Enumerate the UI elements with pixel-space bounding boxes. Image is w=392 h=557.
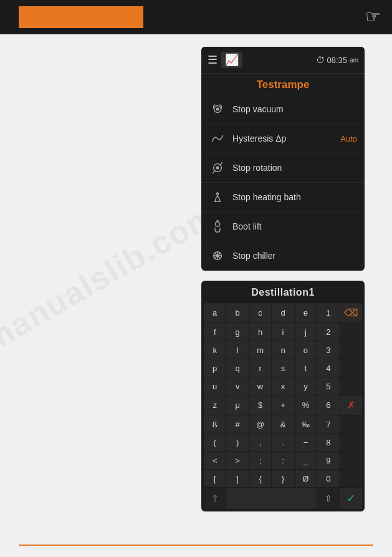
menu-item-stop-vacuum[interactable]: Stop vacuum: [201, 95, 365, 124]
key-f[interactable]: f: [204, 323, 226, 341]
key-underscore[interactable]: _: [295, 452, 317, 469]
keyboard-panel: Destillation1 a b c d e 1 ⌫ f g h i j 2 …: [201, 281, 365, 511]
header-left: ☰ 📈: [208, 52, 242, 68]
key-y[interactable]: y: [295, 377, 317, 395]
device-panel: ☰ 📈 ⏱ 08:35 am Testrampe Stop vacuum: [201, 47, 365, 271]
key-w[interactable]: w: [249, 377, 271, 395]
lift-icon: [209, 218, 226, 235]
clock-icon: ⏱: [316, 55, 325, 65]
hysteresis-value: Auto: [340, 134, 357, 143]
confirm-key[interactable]: ✓: [340, 488, 362, 509]
key-j[interactable]: j: [295, 323, 317, 341]
chiller-icon: [209, 247, 226, 264]
key-hash[interactable]: #: [226, 415, 248, 433]
key-comma[interactable]: ,: [249, 433, 271, 451]
svg-point-5: [215, 222, 219, 226]
key-permille[interactable]: ‰: [295, 415, 317, 433]
space-bar-key[interactable]: [226, 488, 317, 509]
key-amp[interactable]: &: [272, 415, 294, 433]
shift-left-key[interactable]: ⇧: [204, 488, 226, 509]
hamburger-icon[interactable]: ☰: [208, 53, 218, 67]
key-5[interactable]: 5: [317, 377, 339, 395]
key-l[interactable]: l: [226, 341, 248, 359]
key-empty-r5: [340, 377, 362, 395]
menu-item-stop-heating-bath[interactable]: Stop heating bath: [201, 183, 365, 212]
key-4[interactable]: 4: [317, 359, 339, 377]
key-empty-r8: [340, 433, 362, 451]
key-mu[interactable]: μ: [226, 395, 248, 415]
key-dollar[interactable]: $: [249, 395, 271, 415]
key-lbrace[interactable]: {: [249, 470, 271, 487]
key-colon[interactable]: :: [272, 452, 294, 469]
key-oslash[interactable]: Ø: [295, 470, 317, 487]
boot-lift-label: Boot lift: [232, 221, 357, 231]
key-i[interactable]: i: [272, 323, 294, 341]
hysteresis-icon: [209, 130, 226, 147]
key-e[interactable]: e: [295, 303, 317, 322]
key-t[interactable]: t: [295, 359, 317, 377]
key-0[interactable]: 0: [317, 470, 339, 487]
key-semicolon[interactable]: ;: [249, 452, 271, 469]
stop-chiller-label: Stop chiller: [232, 251, 357, 261]
key-7[interactable]: 7: [317, 415, 339, 433]
key-v[interactable]: v: [226, 377, 248, 395]
key-at[interactable]: @: [249, 415, 271, 433]
menu-item-stop-rotation[interactable]: Stop rotation: [201, 153, 365, 183]
key-b[interactable]: b: [226, 303, 248, 322]
key-r[interactable]: r: [249, 359, 271, 377]
shift-right-key[interactable]: ⇧: [317, 488, 339, 509]
key-minus[interactable]: −: [295, 433, 317, 451]
panel-header: ☰ 📈 ⏱ 08:35 am: [201, 47, 365, 74]
key-d[interactable]: d: [272, 303, 294, 322]
clock-ampm: am: [350, 57, 358, 64]
backspace-key[interactable]: ⌫: [340, 303, 362, 322]
key-dot[interactable]: .: [272, 433, 294, 451]
key-lt[interactable]: <: [204, 452, 226, 469]
key-p[interactable]: p: [204, 359, 226, 377]
key-rbracket[interactable]: ]: [226, 470, 248, 487]
bottom-line: [19, 545, 373, 546]
key-h[interactable]: h: [249, 323, 271, 341]
key-6[interactable]: 6: [317, 395, 339, 415]
key-empty-r2: [340, 323, 362, 341]
menu-item-boot-lift[interactable]: Boot lift: [201, 212, 365, 241]
stop-rotation-label: Stop rotation: [232, 163, 357, 173]
hysteresis-label: Hysteresis Δp: [232, 133, 340, 143]
key-s[interactable]: s: [272, 359, 294, 377]
key-u[interactable]: u: [204, 377, 226, 395]
menu-item-hysteresis[interactable]: Hysteresis Δp Auto: [201, 124, 365, 153]
stop-heating-bath-label: Stop heating bath: [232, 192, 357, 202]
key-9[interactable]: 9: [317, 452, 339, 469]
key-lbracket[interactable]: [: [204, 470, 226, 487]
key-3[interactable]: 3: [317, 341, 339, 359]
clock-time: 08:35: [327, 56, 348, 65]
key-eszett[interactable]: ß: [204, 415, 226, 433]
key-8[interactable]: 8: [317, 433, 339, 451]
key-rbrace[interactable]: }: [272, 470, 294, 487]
key-percent[interactable]: %: [295, 395, 317, 415]
key-1[interactable]: 1: [317, 303, 339, 322]
key-k[interactable]: k: [204, 341, 226, 359]
top-bar: ☞: [0, 0, 392, 34]
key-rparen[interactable]: ): [226, 433, 248, 451]
key-2[interactable]: 2: [317, 323, 339, 341]
key-o[interactable]: o: [295, 341, 317, 359]
key-m[interactable]: m: [249, 341, 271, 359]
key-plus[interactable]: +: [272, 395, 294, 415]
key-c[interactable]: c: [249, 303, 271, 322]
key-gt[interactable]: >: [226, 452, 248, 469]
key-q[interactable]: q: [226, 359, 248, 377]
key-x[interactable]: x: [272, 377, 294, 395]
key-empty-r4: [340, 359, 362, 377]
chart-icon[interactable]: 📈: [221, 52, 242, 68]
heating-icon: [209, 188, 226, 206]
key-z[interactable]: z: [204, 395, 226, 415]
key-empty-r10: [340, 470, 362, 487]
key-g[interactable]: g: [226, 323, 248, 341]
key-n[interactable]: n: [272, 341, 294, 359]
key-empty-r7: [340, 415, 362, 433]
key-lparen[interactable]: (: [204, 433, 226, 451]
menu-item-stop-chiller[interactable]: Stop chiller: [201, 241, 365, 271]
delete-key[interactable]: ✗: [340, 395, 362, 415]
key-a[interactable]: a: [204, 303, 226, 322]
